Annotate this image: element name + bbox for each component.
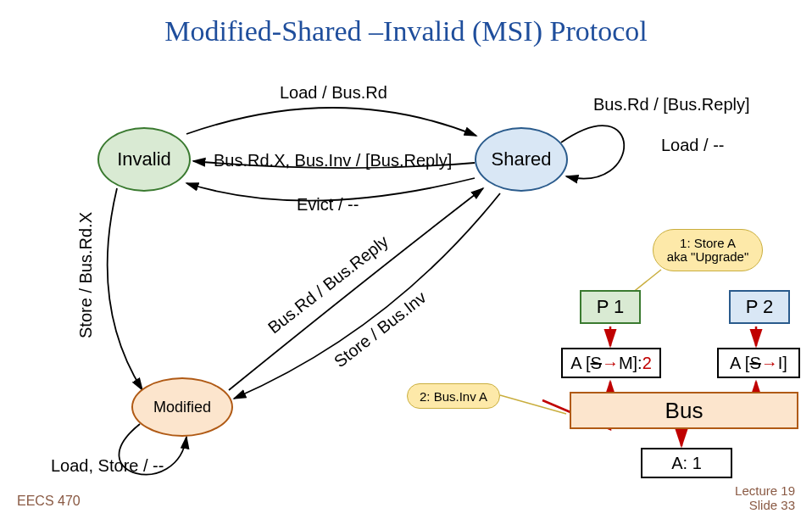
a1-pre: A [ [570,354,590,373]
state-invalid: Invalid [97,127,191,192]
state-shared: Shared [475,127,568,192]
a1-arrow: → [602,354,619,373]
lbl-store-businv: Store / Bus.Inv [331,287,431,371]
processor-p2: P 2 [729,290,790,324]
a2-i: I] [778,354,787,373]
memory-box: A: 1 [641,448,732,478]
a1-s: S [591,354,602,373]
a1-val: 2 [642,354,652,373]
callout-businv-a: 2: Bus.Inv A [407,383,500,409]
lbl-busrd-reply: Bus.Rd / [Bus.Reply] [593,95,750,114]
state-modified: Modified [131,377,233,437]
callout-store-a: 1: Store Aaka "Upgrade" [653,229,763,271]
slide-title: Modified-Shared –Invalid (MSI) Protocol [0,0,812,47]
a2-arrow: → [761,354,778,373]
a2-pre: A [ [730,354,749,373]
lbl-evict: Evict / -- [297,195,359,215]
bus-box: Bus [570,392,798,429]
lbl-load-none: Load / -- [661,136,724,155]
lbl-store-busrdx: Store / Bus.Rd.X [76,212,96,338]
footer-r2: Slide 33 [749,498,795,512]
footer-left: EECS 470 [17,494,81,509]
lbl-loadstore: Load, Store / -- [51,456,164,476]
a2-s: S [749,354,760,373]
lbl-load-busrd: Load / Bus.Rd [280,83,387,103]
footer-r1: Lecture 19 [735,483,795,498]
cache-block-a2: A [S→ I] [717,348,800,378]
lbl-busrdx-businv: Bus.Rd.X, Bus.Inv / [Bus.Reply] [214,151,452,170]
a1-m: M]: [619,354,642,373]
processor-p1: P 1 [580,290,641,324]
footer-right: Lecture 19 Slide 33 [735,484,795,512]
cache-block-a1: A [S→ M]: 2 [561,348,661,378]
